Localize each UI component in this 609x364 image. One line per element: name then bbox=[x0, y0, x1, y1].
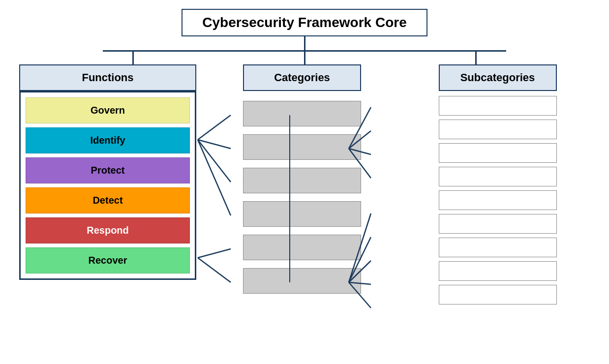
function-govern: Govern bbox=[26, 97, 190, 123]
drop-functions bbox=[132, 52, 134, 64]
function-protect: Protect bbox=[26, 157, 190, 183]
category-item-3 bbox=[243, 168, 361, 193]
category-item-4 bbox=[243, 201, 361, 227]
subcategories-column: Subcategories bbox=[398, 64, 597, 308]
subcategories-list bbox=[439, 91, 557, 308]
page-title: Cybersecurity Framework Core bbox=[182, 9, 427, 36]
categories-list bbox=[243, 91, 361, 302]
function-identify: Identify bbox=[26, 127, 190, 153]
subcategory-item-6 bbox=[439, 214, 557, 234]
subcategory-item-1 bbox=[439, 96, 557, 116]
subcategory-item-5 bbox=[439, 190, 557, 210]
subcategory-item-9 bbox=[439, 285, 557, 304]
subcategory-item-3 bbox=[439, 143, 557, 163]
page-container: Cybersecurity Framework Core bbox=[0, 0, 609, 364]
category-item-5 bbox=[243, 235, 361, 260]
category-item-6 bbox=[243, 268, 361, 294]
drop-categories bbox=[304, 52, 305, 64]
function-recover: Recover bbox=[26, 247, 190, 273]
function-respond: Respond bbox=[26, 217, 190, 243]
functions-box: Govern Identify Protect Detect Respond R… bbox=[19, 91, 196, 280]
category-item-1 bbox=[243, 101, 361, 126]
categories-header: Categories bbox=[243, 64, 361, 91]
functions-column: Functions Govern Identify Protect Detect… bbox=[12, 64, 204, 280]
horizontal-connector bbox=[103, 50, 506, 64]
functions-header: Functions bbox=[19, 64, 196, 91]
drop-subcategories bbox=[475, 52, 477, 64]
title-connector-line bbox=[304, 36, 305, 50]
categories-column: Categories bbox=[236, 64, 368, 302]
category-item-2 bbox=[243, 134, 361, 160]
subcategory-item-8 bbox=[439, 261, 557, 281]
subcategory-item-4 bbox=[439, 167, 557, 186]
col-drops bbox=[103, 52, 506, 64]
function-detect: Detect bbox=[26, 187, 190, 213]
subcategory-item-7 bbox=[439, 238, 557, 257]
columns-area: Functions Govern Identify Protect Detect… bbox=[12, 64, 597, 359]
subcategory-item-2 bbox=[439, 120, 557, 139]
subcategories-header: Subcategories bbox=[439, 64, 557, 91]
